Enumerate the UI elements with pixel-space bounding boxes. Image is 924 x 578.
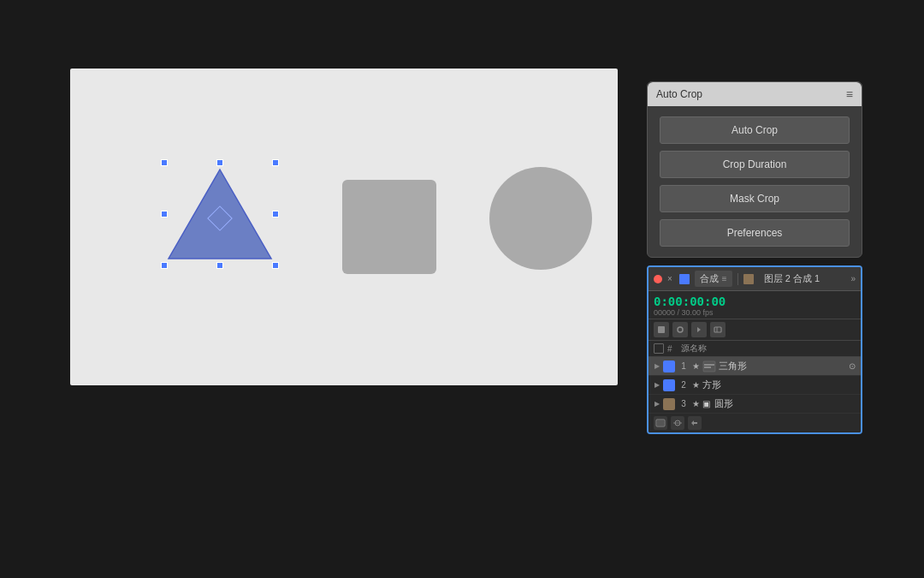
svg-rect-2: [658, 326, 665, 333]
main-canvas: [70, 69, 618, 385]
time-detail: 00000 / 30.00 fps: [654, 308, 856, 317]
layer-num-1: 1: [678, 361, 690, 371]
tl-bottom-btn2[interactable]: [671, 416, 684, 430]
layer-color-1: [663, 361, 675, 372]
circle-shape[interactable]: [489, 167, 592, 270]
svg-rect-10: [657, 420, 664, 426]
layer-star-3: ★: [692, 399, 700, 408]
layer-expand-3: ▶: [654, 401, 660, 408]
autocrop-buttons: Auto Crop Crop Duration Mask Crop Prefer…: [648, 106, 862, 257]
shape-container: [70, 69, 618, 385]
triangle-selected[interactable]: [164, 163, 275, 265]
layer-row-1[interactable]: ▶ 1 ★ 三角形 ⊙: [649, 357, 861, 376]
rectangle-shape[interactable]: [342, 180, 436, 274]
tl-ctrl-3[interactable]: [691, 322, 707, 337]
tl-ctrl-4[interactable]: [710, 322, 726, 337]
layer-name-1: 三角形: [719, 360, 846, 372]
svg-rect-8: [704, 366, 711, 368]
handle-mr[interactable]: [272, 211, 279, 217]
tl-ctrl-1[interactable]: [654, 322, 669, 337]
tl-separator: [737, 273, 738, 285]
svg-point-3: [678, 327, 683, 332]
col-toggle: [654, 343, 664, 354]
timeline-panel: × 合成 ≡ 图层 2 合成 1 » 0:00:00:00 00000 / 30…: [647, 265, 862, 434]
auto-crop-button[interactable]: Auto Crop: [660, 116, 850, 144]
layer-name-3: 圆形: [714, 397, 856, 410]
autocrop-menu-icon[interactable]: ≡: [846, 87, 853, 101]
tl-comp2-label: 图层 2 合成 1: [764, 272, 820, 285]
layer-num-3: 3: [678, 399, 690, 408]
layer-star-1: ★: [692, 361, 700, 371]
tl-comp-icon: [679, 274, 690, 284]
handle-br[interactable]: [272, 262, 279, 269]
handle-ml[interactable]: [161, 211, 168, 217]
tl-bottom-btn3[interactable]: [688, 416, 702, 430]
tl-x: ×: [667, 274, 672, 283]
tl-ctrl-2[interactable]: [672, 322, 688, 337]
timeline-time: 0:00:00:00 00000 / 30.00 fps: [649, 291, 861, 319]
layer-icon-3: ▣: [702, 399, 710, 408]
crop-duration-button[interactable]: Crop Duration: [660, 151, 850, 178]
layer-num-2: 2: [678, 380, 690, 390]
autocrop-panel: Auto Crop ≡ Auto Crop Crop Duration Mask…: [647, 81, 862, 258]
timeline-col-header: # 源名称: [649, 341, 861, 357]
layer-row-2[interactable]: ▶ 2 ★ 方形: [649, 376, 861, 395]
layer-star-2: ★: [692, 380, 700, 390]
layer-color-3: [663, 398, 675, 410]
svg-marker-0: [169, 170, 271, 259]
svg-rect-7: [704, 364, 714, 366]
layer-thumb-1: [702, 361, 716, 372]
col-num-header: #: [667, 344, 681, 354]
layer-name-2: 方形: [702, 378, 856, 391]
timeline-controls: [649, 319, 861, 341]
tl-tab-comp[interactable]: 合成 ≡: [695, 271, 732, 287]
layer-options-1[interactable]: ⊙: [849, 361, 856, 371]
layer-row-3[interactable]: ▶ 3 ★ ▣ 圆形: [649, 395, 861, 414]
tl-tab-comp2[interactable]: 图层 2 合成 1: [759, 271, 825, 287]
tl-bottom-btn1[interactable]: [654, 416, 667, 430]
handle-tl[interactable]: [161, 159, 168, 166]
handle-tc[interactable]: [216, 159, 223, 166]
layer-expand-2: ▶: [654, 382, 660, 389]
autocrop-title: Auto Crop: [656, 88, 841, 100]
svg-rect-4: [714, 327, 721, 332]
timecode: 0:00:00:00: [654, 295, 856, 308]
tl-comp2-icon: [743, 274, 754, 284]
timeline-header: × 合成 ≡ 图层 2 合成 1 »: [649, 267, 861, 291]
preferences-button[interactable]: Preferences: [660, 219, 850, 247]
layer-expand-1: ▶: [654, 363, 660, 370]
autocrop-titlebar: Auto Crop ≡: [648, 82, 862, 106]
tl-comp-label: 合成: [700, 272, 719, 285]
timeline-bottom: [649, 414, 861, 432]
layer-color-2: [663, 379, 675, 391]
handle-bc[interactable]: [216, 262, 223, 269]
handle-tr[interactable]: [272, 159, 279, 166]
handle-bl[interactable]: [161, 262, 168, 269]
tl-arrow[interactable]: »: [850, 274, 856, 283]
col-name-header: 源名称: [681, 343, 844, 355]
tl-tab-menu[interactable]: ≡: [722, 274, 727, 283]
mask-crop-button[interactable]: Mask Crop: [660, 185, 850, 212]
col-options-header: [844, 343, 856, 354]
tl-close-btn[interactable]: [654, 275, 662, 283]
